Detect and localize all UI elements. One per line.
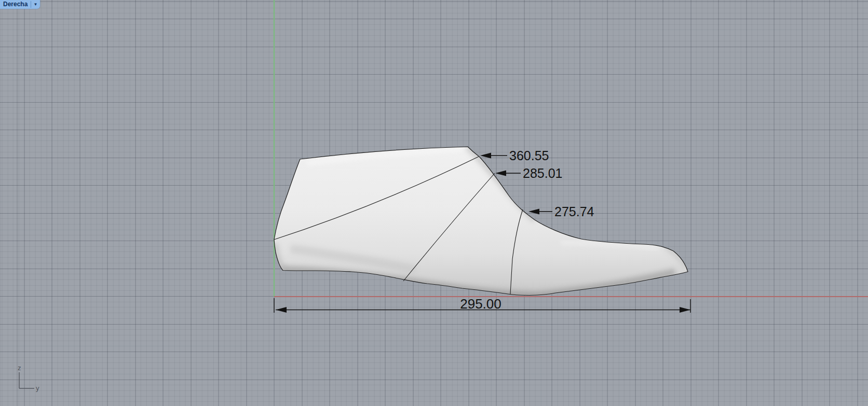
gizmo-z-label: z	[18, 364, 21, 372]
length-dimension[interactable]: 295.00	[274, 296, 690, 313]
leader-ball-girth[interactable]: 275.74	[528, 204, 594, 219]
leader-arrow-icon	[495, 171, 506, 176]
last-surface[interactable]	[274, 147, 688, 296]
leader-instep-girth[interactable]: 360.55	[480, 148, 549, 163]
ball-girth-value[interactable]: 275.74	[554, 204, 594, 219]
chevron-down-icon[interactable]: ▼	[31, 0, 40, 9]
dimension-arrow-left-icon	[276, 307, 287, 313]
leader-waist-girth[interactable]: 285.01	[495, 166, 562, 180]
gizmo-y-label: y	[36, 384, 39, 392]
axis-gizmo: z y	[18, 364, 39, 392]
viewport-title-tab[interactable]: Derecha ▼	[0, 0, 40, 9]
waist-girth-value[interactable]: 285.01	[523, 166, 562, 180]
leader-arrow-icon	[528, 209, 539, 215]
viewport-canvas[interactable]: 360.55 285.01 275.74 295.00 z	[0, 0, 868, 406]
length-value[interactable]: 295.00	[460, 296, 501, 312]
instep-girth-value[interactable]: 360.55	[509, 148, 549, 163]
shoe-last-model[interactable]	[274, 147, 688, 296]
leader-arrow-icon	[480, 153, 491, 159]
cad-viewport[interactable]: 360.55 285.01 275.74 295.00 z	[0, 0, 868, 406]
viewport-title[interactable]: Derecha	[0, 1, 31, 8]
dimension-arrow-right-icon	[680, 307, 690, 313]
